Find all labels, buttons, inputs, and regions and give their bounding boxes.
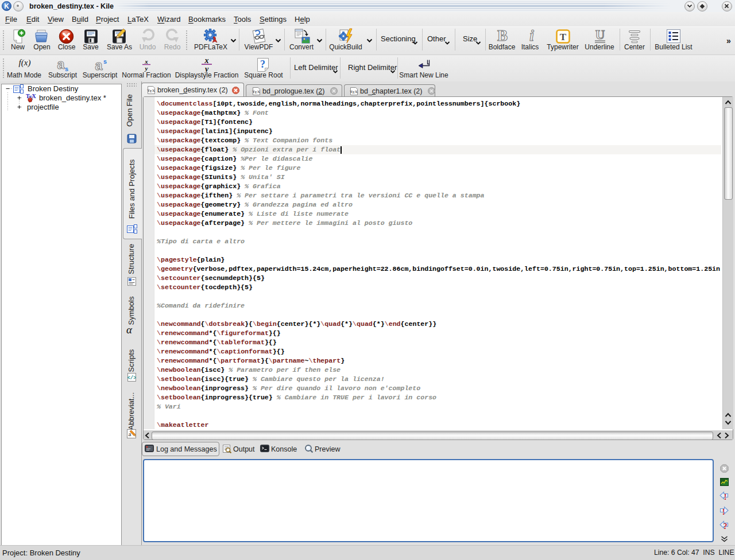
- svg-text:?: ?: [724, 522, 728, 530]
- svg-text:X: X: [32, 93, 37, 99]
- svg-text:U: U: [595, 29, 605, 42]
- svg-text:K: K: [4, 2, 9, 10]
- svg-text:x: x: [204, 57, 209, 65]
- svg-text:i: i: [529, 29, 534, 44]
- svg-text:a: a: [57, 57, 65, 72]
- svg-text:</>: </>: [127, 375, 136, 381]
- svg-text:?: ?: [260, 59, 265, 70]
- svg-text:s: s: [103, 58, 107, 65]
- svg-text:T: T: [560, 32, 567, 42]
- svg-text:x: x: [144, 58, 148, 65]
- svg-text:!: !: [722, 508, 725, 516]
- svg-text:B: B: [497, 29, 508, 44]
- svg-text:!: !: [724, 493, 727, 501]
